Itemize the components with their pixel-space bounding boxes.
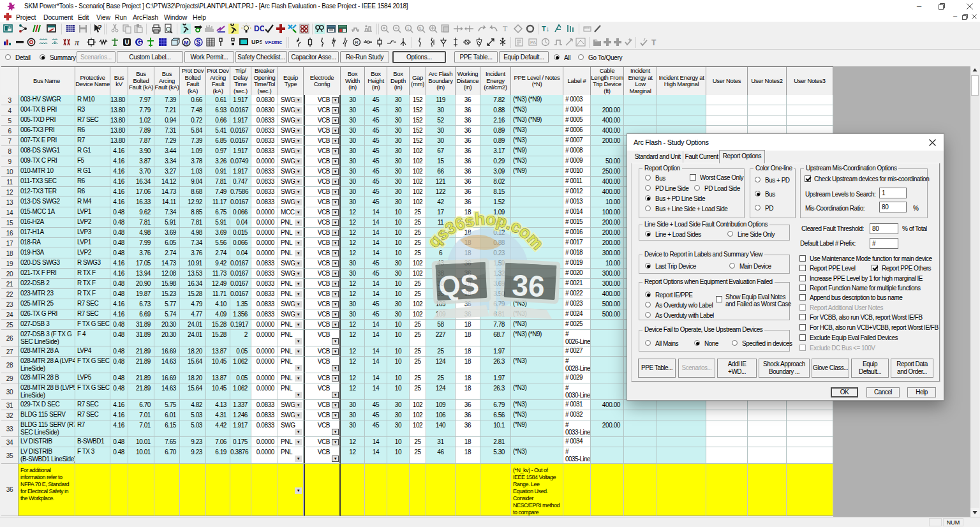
svg-text:⇅: ⇅: [419, 27, 422, 31]
svg-text:DC: DC: [254, 24, 264, 33]
svg-text:T: T: [651, 38, 657, 47]
svg-text:PA: PA: [530, 40, 536, 45]
svg-text:T↓: T↓: [542, 25, 549, 33]
svg-text:T: T: [503, 24, 508, 33]
svg-text:M: M: [184, 40, 189, 46]
svg-text:U: U: [125, 39, 130, 46]
svg-text:36: 36: [511, 269, 546, 304]
svg-text:1: 1: [407, 27, 410, 31]
svg-text:VFD: VFD: [265, 40, 275, 45]
svg-text:π: π: [75, 38, 80, 47]
svg-text:R: R: [355, 40, 359, 45]
svg-text:UPS: UPS: [251, 39, 262, 45]
svg-text:mc: mc: [274, 39, 283, 45]
svg-text:S: S: [197, 39, 201, 46]
svg-text:?: ?: [98, 24, 102, 31]
svg-text:QS: QS: [438, 269, 480, 302]
svg-text:G: G: [137, 39, 142, 46]
